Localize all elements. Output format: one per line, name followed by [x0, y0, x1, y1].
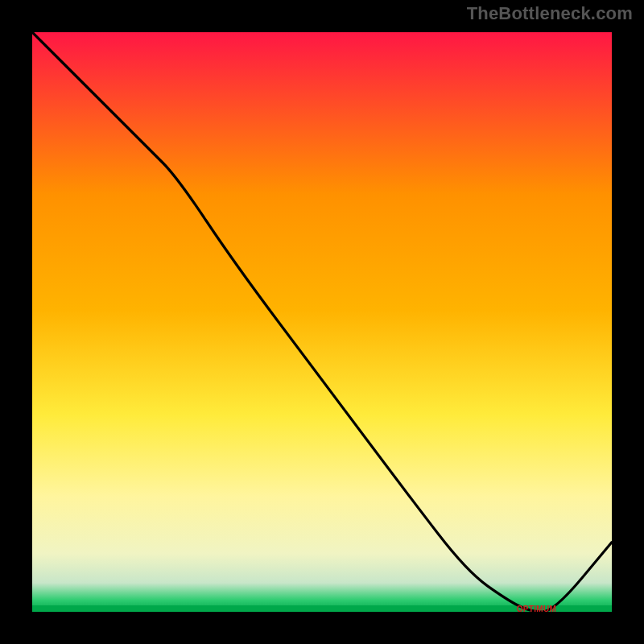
plot-area: OPTIMUM	[32, 32, 612, 612]
chart-stage: TheBottleneck.com	[0, 0, 644, 644]
optimum-marker-label: OPTIMUM	[517, 605, 556, 613]
watermark-text: TheBottleneck.com	[467, 3, 633, 24]
bottleneck-curve	[32, 32, 612, 612]
